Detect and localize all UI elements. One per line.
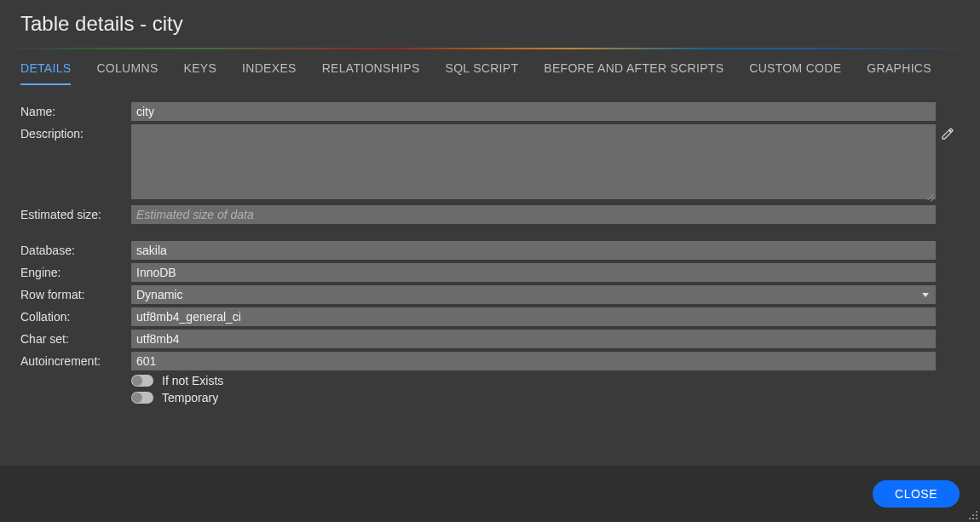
autoincrement-input[interactable]	[131, 352, 936, 370]
details-form: Name: Description: Estimated size:	[0, 85, 980, 466]
tab-custom-code[interactable]: CUSTOM CODE	[749, 61, 841, 85]
tab-sql-script[interactable]: SQL SCRIPT	[446, 61, 519, 85]
close-button[interactable]: CLOSE	[873, 480, 960, 508]
label-char-set: Char set:	[20, 330, 131, 346]
edit-icon[interactable]	[941, 127, 954, 141]
tab-before-after-scripts[interactable]: BEFORE AND AFTER SCRIPTS	[544, 61, 723, 85]
label-estimated-size: Estimated size:	[20, 205, 131, 221]
label-engine: Engine:	[20, 263, 131, 279]
tab-bar: DETAILS COLUMNS KEYS INDEXES RELATIONSHI…	[0, 49, 980, 85]
temporary-label: Temporary	[162, 391, 218, 404]
temporary-toggle[interactable]	[131, 392, 153, 404]
char-set-input[interactable]	[131, 330, 936, 348]
if-not-exists-label: If not Exists	[162, 374, 223, 387]
window-resize-handle-icon	[968, 510, 978, 520]
modal-title: Table details - city	[0, 0, 980, 48]
chevron-down-icon	[922, 293, 929, 297]
collation-input[interactable]	[131, 307, 936, 326]
row-format-select[interactable]: Dynamic	[131, 285, 936, 304]
label-autoincrement: Autoincrement:	[20, 352, 131, 368]
label-database: Database:	[20, 241, 131, 257]
tab-graphics[interactable]: GRAPHICS	[867, 61, 931, 85]
tab-keys[interactable]: KEYS	[184, 61, 217, 85]
name-input[interactable]	[131, 102, 936, 121]
modal-footer: CLOSE	[0, 466, 980, 522]
label-collation: Collation:	[20, 307, 131, 324]
label-name: Name:	[20, 102, 131, 118]
tab-details[interactable]: DETAILS	[20, 61, 71, 85]
tab-columns[interactable]: COLUMNS	[96, 61, 158, 85]
tab-relationships[interactable]: RELATIONSHIPS	[322, 61, 420, 85]
row-format-value: Dynamic	[136, 288, 182, 301]
engine-input[interactable]	[131, 263, 936, 282]
header-accent-line	[0, 48, 980, 49]
description-input[interactable]	[131, 124, 936, 199]
if-not-exists-toggle[interactable]	[131, 375, 153, 387]
table-details-modal: Table details - city DETAILS COLUMNS KEY…	[0, 0, 980, 522]
database-input[interactable]	[131, 241, 936, 260]
label-row-format: Row format:	[20, 285, 131, 301]
label-description: Description:	[20, 124, 131, 141]
estimated-size-input[interactable]	[131, 205, 936, 224]
tab-indexes[interactable]: INDEXES	[242, 61, 297, 85]
